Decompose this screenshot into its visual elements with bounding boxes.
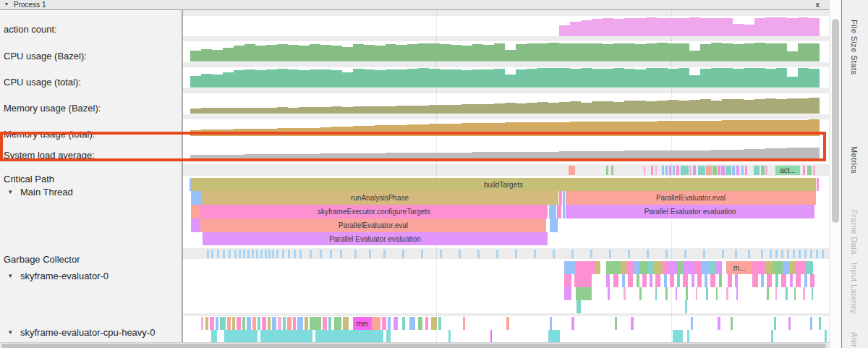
main-thread-row[interactable]: ParallelEvaluator.eval [183, 218, 829, 232]
vertical-scrollbar[interactable] [829, 0, 841, 348]
tab-file-size-stats[interactable]: File Size Stats [850, 20, 859, 75]
process-title: Process 1 [14, 1, 46, 9]
cpu-total-chart[interactable] [183, 67, 829, 88]
evaluator-heavy-row[interactable]: mer [183, 317, 829, 330]
timeline-canvas[interactable]: act... buildTargets runAnalysisPhasePara… [183, 10, 829, 342]
system-load-chart[interactable] [183, 140, 829, 160]
evaluator0-row[interactable] [183, 274, 829, 287]
process-header[interactable]: ▾ Process 1 x [0, 0, 829, 10]
row-strip [183, 88, 829, 93]
trace-viewer: ▾ Process 1 x action count: CPU usage (B… [0, 0, 868, 348]
row-strip [183, 36, 829, 41]
tab-input-latency[interactable]: Input Latency [850, 263, 859, 314]
label-cpu-bazel: CPU usage (Bazel): [4, 51, 87, 61]
label-action-count: action count: [4, 24, 57, 35]
label-skyframe-evaluator-cpu-heavy-0[interactable]: skyframe-evaluator-cpu-heavy-0 [20, 327, 155, 338]
cpu-bazel-chart[interactable] [183, 41, 829, 61]
label-main-thread[interactable]: Main Thread [20, 187, 73, 198]
collapse-arrow-icon[interactable]: ▾ [5, 1, 8, 7]
evaluator-heavy-row[interactable] [183, 330, 829, 342]
collapse-arrow-icon[interactable]: ▾ [9, 272, 12, 279]
main-thread-row[interactable]: runAnalysisPhaseParallelEvaluator.eval [183, 191, 829, 205]
evaluator0-row[interactable] [183, 287, 829, 300]
row-strip [183, 10, 829, 16]
label-critical-path: Critical Path [4, 174, 54, 184]
tab-frame-data[interactable]: Frame Data [850, 210, 859, 255]
critical-path-track[interactable]: act... [183, 166, 829, 175]
label-skyframe-evaluator-0[interactable]: skyframe-evaluator-0 [20, 271, 109, 281]
tab-alerts[interactable]: Alerts [850, 332, 859, 348]
tab-metrics[interactable]: Metrics [850, 146, 859, 174]
main-thread-row[interactable]: Parallel Evaluator evaluation [183, 232, 829, 245]
action-count-chart[interactable] [183, 16, 829, 36]
close-icon[interactable]: x [816, 0, 820, 9]
label-cpu-total: CPU usage (total): [4, 77, 81, 88]
label-system-load: System load average: [4, 150, 95, 161]
row-strip [183, 313, 829, 316]
mem-total-chart[interactable] [183, 116, 829, 136]
side-tab-rail: File Size Stats Metrics Frame Data Input… [841, 0, 868, 348]
process-panel: ▾ Process 1 x action count: CPU usage (B… [0, 0, 829, 348]
vertical-scrollbar-thumb[interactable] [832, 19, 839, 223]
track-label-column: action count: CPU usage (Bazel): CPU usa… [0, 10, 183, 342]
evaluator0-row[interactable] [183, 300, 829, 313]
collapse-arrow-icon[interactable]: ▾ [9, 328, 12, 336]
horizontal-scrollbar-thumb[interactable] [1, 344, 826, 348]
horizontal-scrollbar[interactable] [0, 342, 829, 348]
label-garbage-collector: Garbage Collector [4, 254, 80, 265]
garbage-collector-track[interactable] [183, 250, 829, 258]
main-thread-row[interactable]: buildTargets [183, 178, 829, 191]
label-mem-total: Memory usage (total): [4, 129, 95, 140]
main-thread-row[interactable]: skyframeExecutor.configureTargetsParalle… [183, 205, 829, 218]
label-mem-bazel: Memory usage (Bazel): [4, 103, 101, 114]
row-strip [183, 62, 829, 67]
evaluator0-row[interactable]: m... [183, 261, 829, 274]
mem-bazel-chart[interactable] [183, 93, 829, 114]
collapse-arrow-icon[interactable]: ▾ [9, 188, 12, 195]
